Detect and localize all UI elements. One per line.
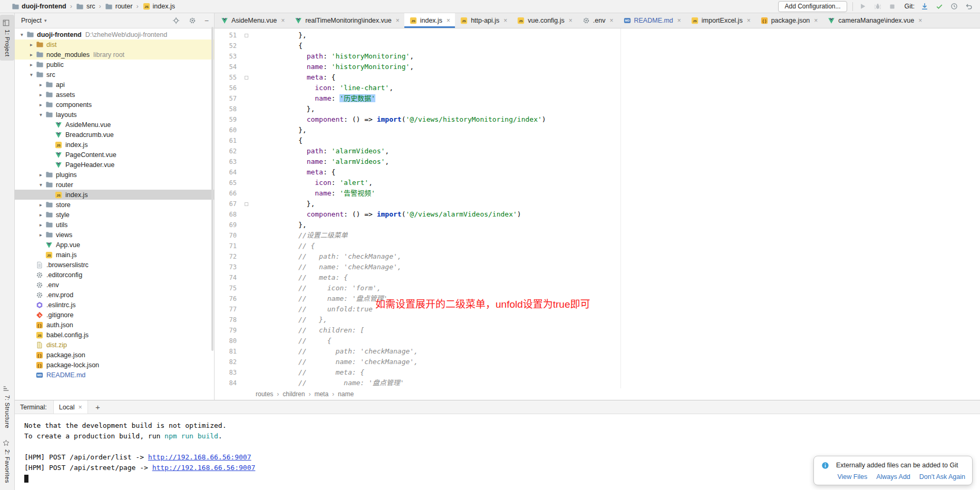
close-tab-icon[interactable]: × — [281, 17, 285, 24]
rollback-icon[interactable] — [964, 2, 974, 11]
editor-tab-package-json[interactable]: { }package.json× — [755, 13, 823, 28]
tree-item-index-js[interactable]: JSindex.js — [15, 190, 214, 200]
tree-toggle-icon[interactable]: ▸ — [27, 52, 35, 57]
add-configuration-button[interactable]: Add Configuration... — [778, 1, 847, 12]
tool-tab-project[interactable]: 1: Project — [0, 15, 14, 61]
git-update-icon[interactable] — [920, 2, 929, 11]
code-editor[interactable]: 51 },52 {53 path: 'historyMonitoring',54… — [215, 28, 980, 388]
project-view-dropdown[interactable]: Project ▾ — [21, 17, 46, 24]
close-tab-icon[interactable]: × — [503, 17, 507, 24]
terminal-link[interactable]: http://192.168.66.56:9007 — [152, 464, 256, 472]
fold-marker-icon[interactable] — [245, 76, 248, 80]
tree-item-gitignore[interactable]: .gitignore — [15, 310, 214, 320]
tree-item-router[interactable]: ▾router — [15, 180, 214, 190]
notification-action-don-t-ask-again[interactable]: Don't Ask Again — [919, 473, 965, 481]
tree-item-assets[interactable]: ▸assets — [15, 90, 214, 100]
close-tab-icon[interactable]: × — [747, 17, 751, 24]
tree-item-dist-zip[interactable]: dist.zip — [15, 340, 214, 350]
tree-item-babel-config-js[interactable]: JSbabel.config.js — [15, 330, 214, 340]
close-tab-icon[interactable]: × — [396, 17, 400, 24]
tree-toggle-icon[interactable]: ▸ — [37, 102, 45, 107]
tree-item-node-modules[interactable]: ▸node_moduleslibrary root — [15, 50, 214, 60]
tree-item-index-js[interactable]: JSindex.js — [15, 140, 214, 150]
tree-toggle-icon[interactable]: ▾ — [27, 72, 35, 77]
tree-item-layouts[interactable]: ▾layouts — [15, 110, 214, 120]
editor-tab-cameramanage-index-vue[interactable]: cameraManage\index.vue× — [822, 13, 927, 28]
close-tab-icon[interactable]: × — [918, 17, 922, 24]
editor-tab-readme-md[interactable]: MDREADME.md× — [618, 13, 686, 28]
tree-item-env[interactable]: .env — [15, 280, 214, 290]
tree-item-pageheader-vue[interactable]: PageHeader.vue — [15, 160, 214, 170]
tree-toggle-icon[interactable]: ▸ — [37, 82, 45, 87]
breadcrumb-item-src[interactable]: src — [74, 2, 97, 11]
editor-tab-importexcel-js[interactable]: JSimportExcel.js× — [686, 13, 755, 28]
tree-item-dist[interactable]: ▸dist — [15, 40, 214, 50]
tree-item-browserslistrc[interactable]: .browserslistrc — [15, 260, 214, 270]
tree-item-package-lock-json[interactable]: { }package-lock.json — [15, 360, 214, 370]
notification-action-view-files[interactable]: View Files — [837, 473, 867, 481]
breadcrumb-item-router[interactable]: router — [103, 2, 134, 11]
fold-marker-icon[interactable] — [245, 34, 248, 37]
editor-tab-http-api-js[interactable]: JShttp-api.js× — [455, 13, 512, 28]
tree-item-style[interactable]: ▸style — [15, 210, 214, 220]
tree-toggle-icon[interactable]: ▸ — [27, 42, 35, 47]
tree-item-views[interactable]: ▸views — [15, 230, 214, 240]
notification-action-always-add[interactable]: Always Add — [876, 473, 910, 481]
editor-tab-asidemenu-vue[interactable]: AsideMenu.vue× — [216, 13, 289, 28]
editor-tab-vue-config-js[interactable]: JSvue.config.js× — [512, 13, 577, 28]
tree-item-duoji-frontend[interactable]: ▾duoji-frontendD:\zheheWeb\duoji-fronten… — [15, 30, 214, 40]
tree-toggle-icon[interactable]: ▸ — [37, 222, 45, 228]
stop-icon[interactable] — [888, 2, 897, 11]
tree-toggle-icon[interactable]: ▸ — [37, 202, 45, 208]
tree-item-eslintrc-js[interactable]: .eslintrc.js — [15, 300, 214, 310]
new-terminal-button[interactable]: + — [93, 403, 102, 411]
editor-breadcrumb-name[interactable]: name — [338, 390, 354, 398]
editor-breadcrumb-routes[interactable]: routes — [256, 390, 273, 398]
tree-item-plugins[interactable]: ▸plugins — [15, 170, 214, 180]
tree-item-editorconfig[interactable]: .editorconfig — [15, 270, 214, 280]
gear-icon[interactable] — [188, 16, 197, 25]
tree-item-api[interactable]: ▸api — [15, 80, 214, 90]
tree-item-app-vue[interactable]: App.vue — [15, 240, 214, 250]
editor-breadcrumb-meta[interactable]: meta — [314, 390, 328, 398]
breadcrumb-item-index-js[interactable]: JSindex.js — [141, 2, 177, 11]
history-icon[interactable] — [949, 2, 959, 11]
tree-toggle-icon[interactable]: ▾ — [18, 32, 26, 37]
tree-toggle-icon[interactable]: ▸ — [37, 212, 45, 218]
tree-item-store[interactable]: ▸store — [15, 200, 214, 210]
tree-item-asidemenu-vue[interactable]: AsideMenu.vue — [15, 120, 214, 130]
editor-tab-realtimemonitoring-index-vue[interactable]: realTimeMonitoring\index.vue× — [289, 13, 404, 28]
git-commit-icon[interactable] — [935, 2, 944, 11]
tree-item-breadcrumb-vue[interactable]: Breadcrumb.vue — [15, 130, 214, 140]
tree-item-src[interactable]: ▾src — [15, 70, 214, 80]
close-tab-icon[interactable]: × — [814, 17, 818, 24]
close-tab-icon[interactable]: × — [677, 17, 681, 24]
tree-item-utils[interactable]: ▸utils — [15, 220, 214, 230]
tree-item-main-js[interactable]: JSmain.js — [15, 250, 214, 260]
tree-toggle-icon[interactable]: ▸ — [37, 232, 45, 238]
terminal-tab-local[interactable]: Local × — [53, 400, 88, 414]
close-icon[interactable]: × — [79, 404, 82, 411]
tree-toggle-icon[interactable]: ▸ — [37, 172, 45, 178]
tree-toggle-icon[interactable]: ▾ — [37, 182, 45, 188]
tool-tab-favorites[interactable]: 2: Favorites — [0, 435, 14, 487]
editor-tab-index-js[interactable]: JSindex.js× — [404, 13, 455, 28]
editor-tab-env[interactable]: .env× — [577, 13, 618, 28]
tool-tab-structure[interactable]: 7: Structure — [0, 380, 14, 432]
close-tab-icon[interactable]: × — [447, 17, 450, 24]
scrollbar[interactable] — [211, 27, 214, 351]
fold-marker-icon[interactable] — [245, 202, 248, 206]
terminal-link[interactable]: http://192.168.66.56:9007 — [148, 453, 251, 461]
breadcrumb-item-duoji-frontend[interactable]: duoji-frontend — [9, 2, 68, 11]
tree-toggle-icon[interactable]: ▸ — [27, 62, 35, 67]
tree-item-pagecontent-vue[interactable]: PageContent.vue — [15, 150, 214, 160]
tree-item-package-json[interactable]: { }package.json — [15, 350, 214, 360]
tree-toggle-icon[interactable]: ▸ — [37, 92, 45, 97]
editor-breadcrumb-children[interactable]: children — [283, 390, 305, 398]
tree-item-auth-json[interactable]: { }auth.json — [15, 320, 214, 330]
tree-item-readme-md[interactable]: MDREADME.md — [15, 370, 214, 380]
debug-icon[interactable] — [873, 2, 882, 11]
tree-item-env-prod[interactable]: .env.prod — [15, 290, 214, 300]
locate-file-icon[interactable] — [172, 16, 180, 25]
run-icon[interactable] — [858, 2, 868, 11]
